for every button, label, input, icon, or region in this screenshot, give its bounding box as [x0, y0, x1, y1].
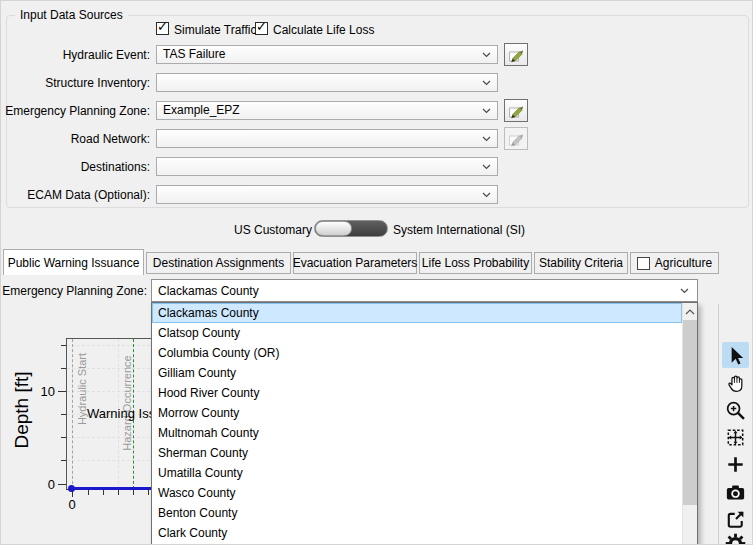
- epz-selector-combo[interactable]: Clackamas County: [151, 279, 698, 302]
- ecam-data-label: ECAM Data (Optional):: [1, 188, 150, 202]
- combo-value: Clackamas County: [158, 284, 259, 298]
- pan-tool-button[interactable]: [722, 370, 749, 396]
- plus-icon: [724, 453, 747, 476]
- destinations-label: Destinations:: [1, 160, 150, 174]
- epz-option[interactable]: Clark County: [152, 523, 682, 543]
- x-tick-0: 0: [64, 497, 80, 512]
- tab-label: Public Warning Issuance: [8, 256, 140, 270]
- tab-label: Evacuation Parameters: [293, 256, 418, 270]
- epz-selector-label: Emergency Planning Zone:: [1, 284, 147, 298]
- emergency-planning-zone-combo[interactable]: Example_EPZ: [156, 101, 498, 120]
- simulation-setup-window: Input Data Sources ✓ Simulate Traffic ✓ …: [0, 0, 753, 545]
- chevron-down-icon: [482, 52, 491, 58]
- tab-evacuation-parameters[interactable]: Evacuation Parameters: [293, 252, 417, 274]
- tab-public-warning-issuance[interactable]: Public Warning Issuance: [3, 249, 144, 275]
- toggle-knob[interactable]: [315, 221, 352, 236]
- edit-pencil-icon: [507, 130, 525, 148]
- edit-pencil-icon: [507, 102, 525, 120]
- chevron-down-icon: [482, 80, 491, 86]
- scroll-up-button[interactable]: [683, 303, 697, 320]
- tab-stability-criteria[interactable]: Stability Criteria: [534, 252, 628, 274]
- tab-label: Agriculture: [655, 256, 712, 270]
- gear-icon: [724, 532, 747, 545]
- chevron-down-icon: [680, 288, 689, 294]
- hydraulic-event-combo[interactable]: TAS Failure: [156, 45, 498, 64]
- road-network-edit-button-disabled: [504, 127, 528, 150]
- snapshot-tool-button[interactable]: [722, 479, 749, 505]
- magnifier-plus-icon: [724, 399, 747, 422]
- emergency-planning-zone-edit-button[interactable]: [504, 99, 528, 122]
- export-share-icon: [724, 508, 747, 531]
- y-tick-10: 10: [31, 384, 55, 399]
- chevron-down-icon: [482, 164, 491, 170]
- epz-option[interactable]: Wasco County: [152, 483, 682, 503]
- hazard-occurrence-label: Hazard Occurrence: [121, 343, 133, 463]
- unit-system-toggle[interactable]: [314, 220, 388, 237]
- epz-option[interactable]: Benton County: [152, 503, 682, 523]
- zoom-extents-tool-button[interactable]: [722, 424, 749, 450]
- epz-option[interactable]: Umatilla County: [152, 463, 682, 483]
- combo-value: TAS Failure: [163, 47, 225, 62]
- hydraulic-start-label: Hydraulic Start: [76, 339, 88, 439]
- epz-option[interactable]: Morrow County: [152, 403, 682, 423]
- calculate-life-loss-checkbox[interactable]: ✓: [255, 22, 268, 35]
- fit-extents-icon: [724, 426, 747, 449]
- emergency-planning-zone-label: Emergency Planning Zone:: [1, 104, 150, 118]
- tab-destination-assignments[interactable]: Destination Assignments: [146, 252, 291, 274]
- zoom-tool-button[interactable]: [722, 397, 749, 423]
- calculate-life-loss-label: Calculate Life Loss: [273, 23, 374, 37]
- hydraulic-start-line: [72, 339, 73, 489]
- checkmark-icon: ✓: [157, 20, 168, 34]
- y-tick-0: 0: [31, 477, 55, 492]
- crosshair-tool-button[interactable]: [722, 451, 749, 477]
- epz-option[interactable]: Clackamas County: [152, 303, 682, 323]
- checkmark-icon: ✓: [256, 20, 267, 34]
- epz-option[interactable]: Multnomah County: [152, 423, 682, 443]
- chart-y-axis-title: Depth [ft]: [11, 345, 33, 475]
- epz-option[interactable]: Columbia County (OR): [152, 343, 682, 363]
- tab-life-loss-probability[interactable]: Life Loss Probability: [419, 252, 532, 274]
- epz-option[interactable]: Hood River County: [152, 383, 682, 403]
- group-title: Input Data Sources: [15, 8, 128, 22]
- tab-label: Life Loss Probability: [422, 256, 529, 270]
- export-tool-button[interactable]: [722, 506, 749, 532]
- structure-inventory-label: Structure Inventory:: [1, 76, 150, 90]
- simulate-traffic-checkbox[interactable]: ✓: [156, 22, 169, 35]
- ecam-data-combo[interactable]: [156, 185, 498, 204]
- hand-pan-icon: [724, 372, 747, 395]
- epz-option[interactable]: Gilliam County: [152, 363, 682, 383]
- agriculture-checkbox[interactable]: [637, 257, 650, 270]
- epz-dropdown-list: Clackamas County Clatsop County Columbia…: [151, 302, 698, 545]
- structure-inventory-combo[interactable]: [156, 73, 498, 92]
- camera-icon: [724, 481, 747, 504]
- chevron-up-icon: [685, 309, 695, 315]
- us-customary-label: US Customary: [234, 223, 310, 237]
- tab-agriculture[interactable]: Agriculture: [630, 252, 719, 274]
- road-network-label: Road Network:: [1, 132, 150, 146]
- system-international-label: System International (SI): [393, 223, 525, 237]
- depth-series-origin-marker: [68, 485, 75, 492]
- dropdown-scrollbar[interactable]: [682, 303, 697, 545]
- chevron-down-icon: [482, 192, 491, 198]
- tab-label: Stability Criteria: [539, 256, 623, 270]
- simulate-traffic-label: Simulate Traffic: [174, 23, 256, 37]
- combo-value: Example_EPZ: [163, 103, 240, 118]
- epz-option[interactable]: Sherman County: [152, 443, 682, 463]
- settings-tool-button[interactable]: [722, 530, 749, 545]
- hydraulic-event-label: Hydraulic Event:: [1, 48, 150, 62]
- cursor-arrow-icon: [724, 344, 747, 367]
- tab-label: Destination Assignments: [153, 256, 284, 270]
- road-network-combo[interactable]: [156, 129, 498, 148]
- chevron-down-icon: [482, 136, 491, 142]
- hydraulic-event-edit-button[interactable]: [504, 43, 528, 66]
- edit-pencil-icon: [507, 46, 525, 64]
- epz-option[interactable]: Clatsop County: [152, 323, 682, 343]
- toolbar-separator: [718, 304, 719, 545]
- destinations-combo[interactable]: [156, 157, 498, 176]
- chevron-down-icon: [482, 108, 491, 114]
- scrollbar-thumb[interactable]: [683, 320, 697, 505]
- select-tool-button[interactable]: [722, 342, 749, 368]
